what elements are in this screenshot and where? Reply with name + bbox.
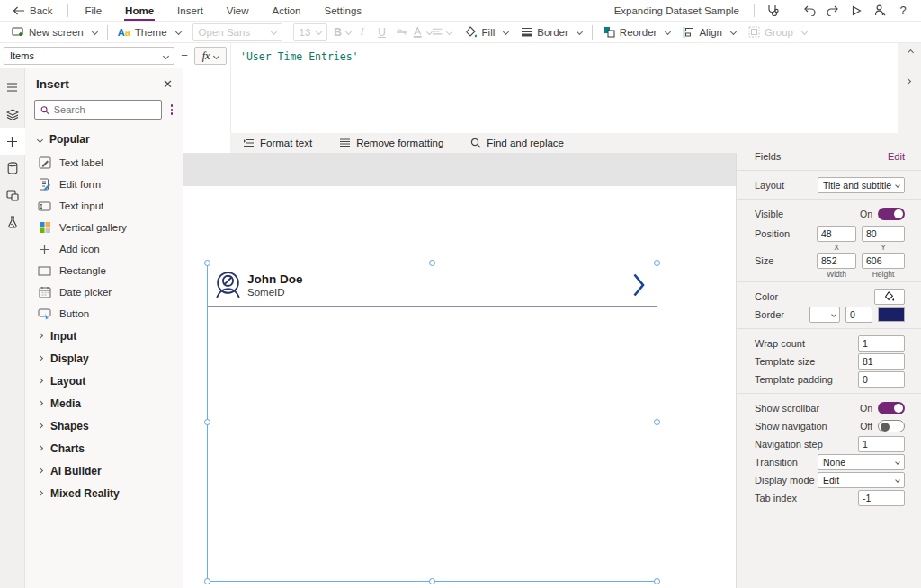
gallery-control[interactable]: John Doe SomeID: [207, 263, 657, 582]
gallery-item-title[interactable]: John Doe: [247, 272, 303, 286]
show-scrollbar-toggle[interactable]: [878, 402, 905, 414]
gallery-template-row[interactable]: John Doe SomeID: [207, 263, 657, 307]
selection-handle[interactable]: [654, 419, 660, 425]
insert-icon[interactable]: [0, 128, 25, 155]
fx-dropdown[interactable]: fx: [194, 47, 227, 65]
data-sources-icon[interactable]: [0, 155, 25, 182]
new-screen-button[interactable]: New screen: [5, 22, 103, 43]
selection-handle[interactable]: [654, 260, 660, 266]
font-color-icon[interactable]: [412, 22, 432, 42]
strikethrough-icon[interactable]: [392, 22, 412, 42]
wrap-count-row: Wrap count: [737, 334, 921, 352]
collapse-formula-icon[interactable]: [908, 49, 914, 56]
menu-tab-settings[interactable]: Settings: [313, 0, 374, 22]
formula-editor[interactable]: 'User Time Entries': [230, 43, 898, 133]
category-layout[interactable]: Layout: [25, 370, 183, 392]
insert-item-text-label[interactable]: Text label: [25, 152, 183, 174]
insert-item-add-icon[interactable]: Add icon: [25, 238, 183, 260]
menu-tab-action[interactable]: Action: [261, 0, 313, 22]
insert-item-date-picker[interactable]: Date picker: [25, 281, 183, 303]
selection-handle[interactable]: [204, 419, 210, 425]
search-box[interactable]: [34, 100, 162, 120]
show-navigation-toggle[interactable]: [878, 420, 905, 432]
selection-handle[interactable]: [429, 578, 435, 584]
back-button[interactable]: Back: [0, 5, 62, 16]
preview-play-icon[interactable]: [845, 2, 867, 20]
find-replace-button[interactable]: Find and replace: [470, 138, 564, 148]
navigation-step-input[interactable]: [858, 436, 905, 452]
category-ai-builder[interactable]: AI Builder: [25, 459, 183, 482]
insert-item-button[interactable]: Button: [25, 303, 183, 325]
insert-item-edit-form[interactable]: Edit form: [25, 174, 183, 195]
size-height-input[interactable]: [862, 253, 905, 269]
share-icon[interactable]: [869, 2, 890, 20]
border-button[interactable]: Border: [514, 22, 588, 43]
screens-layers-icon[interactable]: [0, 101, 25, 128]
font-size-select[interactable]: 13: [293, 23, 327, 41]
italic-button[interactable]: I: [353, 22, 372, 42]
border-style-select[interactable]: —: [809, 307, 840, 323]
next-arrow-icon[interactable]: [633, 273, 645, 297]
selection-handle[interactable]: [654, 578, 660, 584]
app-screen-artboard[interactable]: John Doe SomeID: [183, 186, 736, 588]
text-align-icon[interactable]: [432, 22, 452, 42]
formula-text[interactable]: 'User Time Entries': [231, 43, 898, 63]
category-charts[interactable]: Charts: [25, 437, 183, 459]
display-mode-select[interactable]: Edit: [818, 472, 905, 488]
bold-button[interactable]: B: [333, 22, 353, 42]
media-icon[interactable]: [0, 182, 25, 209]
group-button[interactable]: Group: [742, 22, 813, 43]
selection-handle[interactable]: [429, 260, 435, 266]
redo-icon[interactable]: [822, 2, 844, 20]
color-picker-button[interactable]: [874, 289, 905, 305]
category-media[interactable]: Media: [25, 392, 183, 414]
category-input[interactable]: Input: [25, 325, 183, 347]
category-display[interactable]: Display: [25, 347, 183, 370]
insert-item-vertical-gallery[interactable]: Vertical gallery: [25, 217, 183, 238]
selection-handle[interactable]: [204, 578, 210, 584]
reorder-button[interactable]: Reorder: [596, 22, 677, 43]
size-width-input[interactable]: [817, 253, 856, 269]
template-size-input[interactable]: [858, 353, 905, 370]
app-checker-icon[interactable]: [762, 2, 783, 20]
property-selector[interactable]: Items: [4, 47, 174, 65]
more-options-icon[interactable]: [167, 102, 177, 117]
layout-select[interactable]: Title and subtitle: [818, 177, 905, 193]
expand-panel-icon[interactable]: [905, 78, 911, 85]
visible-toggle[interactable]: [878, 208, 905, 220]
chevron-right-icon: [37, 468, 43, 474]
theme-button[interactable]: Aa Theme: [112, 22, 187, 43]
wrap-count-input[interactable]: [858, 335, 905, 352]
selection-handle[interactable]: [204, 260, 210, 266]
search-input[interactable]: [54, 104, 156, 115]
position-x-input[interactable]: [817, 226, 856, 242]
gallery-item-subtitle[interactable]: SomeID: [247, 287, 303, 298]
transition-select[interactable]: None: [818, 454, 905, 470]
section-popular[interactable]: Popular: [25, 125, 183, 152]
border-width-input[interactable]: [845, 307, 872, 323]
format-text-button[interactable]: Format text: [243, 138, 312, 148]
font-family-select[interactable]: Open Sans: [192, 23, 282, 41]
category-mixed-reality[interactable]: Mixed Reality: [25, 482, 183, 504]
menu-tab-insert[interactable]: Insert: [165, 0, 215, 22]
fill-button[interactable]: Fill: [459, 22, 515, 43]
menu-tab-file[interactable]: File: [74, 0, 114, 22]
tree-view-menu-icon[interactable]: [0, 74, 25, 101]
close-icon[interactable]: ✕: [163, 78, 173, 90]
menu-tab-view[interactable]: View: [215, 0, 261, 22]
category-shapes[interactable]: Shapes: [25, 414, 183, 437]
menu-tab-home[interactable]: Home: [113, 0, 165, 22]
insert-item-rectangle[interactable]: Rectangle: [25, 260, 183, 281]
help-icon[interactable]: ?: [892, 2, 914, 20]
tab-index-input[interactable]: [858, 490, 905, 506]
position-y-input[interactable]: [862, 226, 905, 242]
border-color-swatch[interactable]: [878, 307, 905, 322]
undo-icon[interactable]: [799, 2, 820, 20]
remove-formatting-button[interactable]: Remove formatting: [339, 138, 443, 148]
advanced-tools-icon[interactable]: [0, 209, 25, 236]
align-button[interactable]: Align: [676, 22, 742, 43]
template-padding-input[interactable]: [858, 371, 905, 388]
insert-item-text-input[interactable]: Text input: [25, 195, 183, 217]
underline-button[interactable]: U: [372, 22, 392, 42]
ribbon-toolbar: New screen Aa Theme Open Sans 13 B I U F…: [0, 22, 921, 43]
